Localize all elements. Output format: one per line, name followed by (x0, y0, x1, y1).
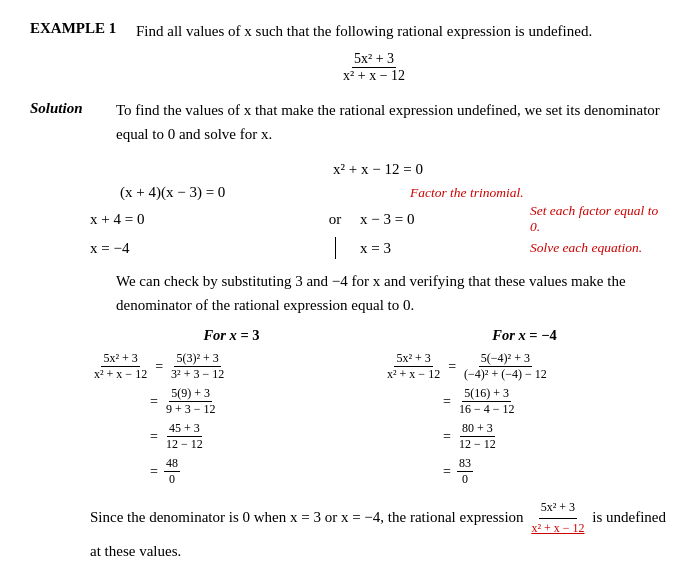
x3-rhs2: 5(9) + 3 9 + 3 − 12 (164, 386, 218, 417)
step3-right: x − 3 = 0 (360, 211, 530, 228)
solution-section: Solution To find the values of x that ma… (30, 98, 666, 148)
solution-label: Solution (30, 98, 100, 148)
x3-row3: = 45 + 3 12 − 12 (150, 421, 207, 452)
two-col-check: For x = 3 5x² + 3 x² + x − 12 = 5(3)² + … (90, 327, 666, 488)
step4-annot: Solve each equation. (530, 240, 642, 256)
x3-lhs: 5x² + 3 x² + x − 12 (92, 351, 149, 382)
conclusion-frac-numer: 5x² + 3 (539, 498, 577, 519)
conclusion-frac-denom-text: x² + x − 12 (531, 521, 584, 535)
xn4-row3: = 80 + 3 12 − 12 (443, 421, 500, 452)
conclusion-text: Since the denominator is 0 when x = 3 or… (90, 509, 524, 525)
example-header: EXAMPLE 1 Find all values of x such that… (30, 20, 666, 84)
col-x3-header: For x = 3 (203, 327, 259, 344)
example-label: EXAMPLE 1 (30, 20, 120, 37)
xn4-rhs3: 80 + 3 12 − 12 (457, 421, 498, 452)
step3: x + 4 = 0 or x − 3 = 0 Set each factor e… (90, 203, 666, 235)
step4-right: x = 3 (360, 240, 530, 257)
x3-rhs4: 48 0 (164, 456, 180, 487)
step2-math: (x + 4)(x − 3) = 0 (90, 184, 310, 201)
step2: (x + 4)(x − 3) = 0 Factor the trinomial. (90, 184, 666, 201)
col-xn4-header: For x = −4 (492, 327, 556, 344)
x3-row2: = 5(9) + 3 9 + 3 − 12 (150, 386, 219, 417)
xn4-row4: = 83 0 (443, 456, 475, 487)
solution-intro: To find the values of x that make the ra… (116, 98, 666, 148)
conclusion: Since the denominator is 0 when x = 3 or… (90, 498, 666, 563)
step1: x² + x − 12 = 0 (90, 161, 666, 178)
example-denom: x² + x − 12 (341, 68, 407, 84)
xn4-rhs1: 5(−4)² + 3 (−4)² + (−4) − 12 (462, 351, 549, 382)
xn4-rhs4: 83 0 (457, 456, 473, 487)
example-expression: 5x² + 3 x² + x − 12 (341, 51, 407, 84)
xn4-lhs: 5x² + 3 x² + x − 12 (385, 351, 442, 382)
x3-rhs3: 45 + 3 12 − 12 (164, 421, 205, 452)
xn4-row2: = 5(16) + 3 16 − 4 − 12 (443, 386, 518, 417)
check-intro: We can check by substituting 3 and −4 fo… (116, 269, 666, 317)
step3-annot: Set each factor equal to 0. (530, 203, 666, 235)
conclusion-frac-denom: x² + x − 12 (529, 519, 586, 539)
example-problem: Find all values of x such that the follo… (136, 20, 592, 43)
math-steps: x² + x − 12 = 0 (x + 4)(x − 3) = 0 Facto… (90, 161, 666, 259)
x3-row1: 5x² + 3 x² + x − 12 = 5(3)² + 3 3² + 3 −… (90, 351, 228, 382)
example-numer: 5x² + 3 (352, 51, 396, 68)
step4-left: x = −4 (90, 240, 310, 257)
x3-rhs1: 5(3)² + 3 3² + 3 − 12 (169, 351, 226, 382)
step3-left: x + 4 = 0 (90, 211, 310, 228)
step4: x = −4 x = 3 Solve each equation. (90, 237, 666, 259)
xn4-rhs2: 5(16) + 3 16 − 4 − 12 (457, 386, 517, 417)
check-col-x3: For x = 3 5x² + 3 x² + x − 12 = 5(3)² + … (90, 327, 373, 488)
conclusion-fraction: 5x² + 3 x² + x − 12 (529, 498, 586, 539)
check-col-xn4: For x = −4 5x² + 3 x² + x − 12 = 5(−4)² … (383, 327, 666, 488)
step4-vbar (310, 237, 360, 259)
x3-row4: = 48 0 (150, 456, 182, 487)
step2-annot: Factor the trinomial. (410, 185, 524, 201)
xn4-row1: 5x² + 3 x² + x − 12 = 5(−4)² + 3 (−4)² +… (383, 351, 551, 382)
step3-mid: or (310, 211, 360, 228)
